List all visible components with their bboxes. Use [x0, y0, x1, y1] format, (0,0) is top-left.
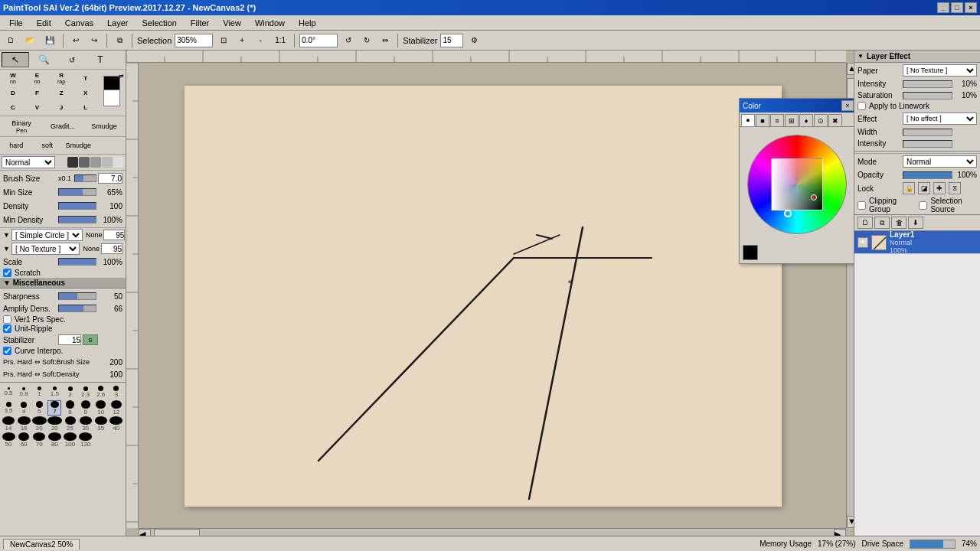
- flip-h[interactable]: ⇔: [377, 33, 393, 48]
- layer-effect-header[interactable]: ▼ Layer Effect: [854, 51, 980, 63]
- tool-r[interactable]: Rrap: [50, 71, 73, 85]
- tool-zoom[interactable]: 🔍: [30, 52, 57, 67]
- tool-e[interactable]: Enn: [26, 71, 49, 85]
- h-scroll-thumb[interactable]: [154, 529, 200, 536]
- h-scroll-left[interactable]: ◀: [139, 529, 151, 536]
- tool-select[interactable]: ↖: [2, 52, 29, 67]
- menu-file[interactable]: File: [3, 17, 29, 29]
- tool-v[interactable]: V: [26, 100, 49, 114]
- menu-filter[interactable]: Filter: [185, 17, 215, 29]
- toolbar-undo[interactable]: ↩: [68, 33, 83, 48]
- texture-select[interactable]: [ No Texture ]: [11, 243, 80, 255]
- tool-z[interactable]: Z: [50, 86, 73, 99]
- zoom-in[interactable]: +: [234, 33, 250, 48]
- preset-binary[interactable]: Binary Pen: [2, 118, 41, 135]
- color-picker-close[interactable]: ×: [841, 100, 854, 111]
- menu-selection[interactable]: Selection: [136, 17, 183, 29]
- zoom-100[interactable]: 1:1: [271, 33, 289, 48]
- color-inner-gradient[interactable]: [771, 158, 823, 210]
- brush-2[interactable]: 2: [64, 384, 77, 399]
- tool-t[interactable]: T: [74, 71, 97, 85]
- brush-3[interactable]: 3: [109, 384, 123, 399]
- tool-w[interactable]: Wnn: [2, 71, 24, 85]
- min-density-slider[interactable]: [58, 216, 96, 223]
- preset-gradient[interactable]: Gradit...: [43, 118, 83, 135]
- preset-extra[interactable]: [95, 139, 125, 152]
- preset-hard[interactable]: hard: [2, 139, 31, 152]
- preset-soft[interactable]: soft: [33, 139, 63, 152]
- misc-header[interactable]: ▼ Miscellaneous: [0, 278, 126, 289]
- color-tab-mix[interactable]: ✖: [828, 114, 842, 126]
- tool-c[interactable]: C: [2, 100, 24, 114]
- paper-select[interactable]: [ No Texture ]: [903, 64, 977, 77]
- rotate-right[interactable]: ↻: [359, 33, 374, 48]
- h-scrollbar[interactable]: ◀ ▶: [139, 528, 846, 536]
- brush-10[interactable]: 10: [94, 400, 108, 416]
- tool-text[interactable]: T: [87, 52, 114, 67]
- stabilizer2-input[interactable]: [58, 334, 81, 345]
- brush-20a[interactable]: 20: [32, 416, 46, 432]
- menu-edit[interactable]: Edit: [31, 17, 57, 29]
- brush-35[interactable]: 35: [94, 416, 108, 432]
- clipping-checkbox[interactable]: [858, 201, 866, 210]
- minimize-button[interactable]: _: [937, 2, 949, 13]
- selection-source-checkbox[interactable]: [919, 201, 927, 210]
- lock-opacity[interactable]: ◪: [918, 182, 930, 194]
- brush-30[interactable]: 30: [79, 416, 93, 432]
- ver1-checkbox[interactable]: [3, 315, 11, 324]
- brush-3.5[interactable]: 3.5: [2, 400, 15, 416]
- toolbar-redo[interactable]: ↪: [87, 33, 102, 48]
- brush-5[interactable]: 5: [32, 400, 46, 416]
- rotation-input[interactable]: [299, 34, 338, 47]
- scale-slider[interactable]: [58, 258, 96, 266]
- delete-layer-btn[interactable]: 🗑: [891, 217, 906, 229]
- selection-input[interactable]: [175, 34, 213, 47]
- color-tab-circle2[interactable]: ⊙: [814, 114, 828, 126]
- brush-100a[interactable]: 100: [64, 432, 77, 448]
- layer-item-1[interactable]: 👁 Layer1 Normal 100%: [854, 231, 980, 254]
- brush-0.5[interactable]: 0.5: [2, 384, 15, 399]
- color-tab-sliders[interactable]: ≡: [770, 114, 784, 126]
- close-button[interactable]: ×: [965, 2, 977, 13]
- saturation-slider[interactable]: [903, 92, 952, 99]
- intensity-slider2[interactable]: [903, 140, 952, 148]
- color-tab-diamond[interactable]: ♦: [799, 114, 813, 126]
- apply-linework-checkbox[interactable]: [858, 102, 866, 110]
- background-color[interactable]: [103, 90, 120, 106]
- tool-d[interactable]: D: [2, 86, 24, 99]
- brush-60[interactable]: 60: [17, 432, 31, 448]
- color-tab-palette[interactable]: ⊞: [785, 114, 799, 126]
- maximize-button[interactable]: □: [951, 2, 963, 13]
- brush-16[interactable]: 16: [17, 416, 31, 432]
- intensity-slider1[interactable]: [903, 80, 952, 88]
- color-picker-titlebar[interactable]: Color ×: [740, 99, 854, 112]
- blend-mode-select[interactable]: Normal Multiply Screen: [2, 156, 55, 168]
- width-slider[interactable]: [903, 129, 952, 136]
- lock-vector[interactable]: ✚: [933, 182, 946, 194]
- color-tab-wheel[interactable]: ●: [741, 114, 755, 126]
- lock-pixel[interactable]: 🔒: [903, 182, 915, 194]
- tool-l[interactable]: L: [74, 100, 97, 114]
- stabilizer-input[interactable]: [440, 34, 463, 47]
- layer-eye-1[interactable]: 👁: [858, 237, 868, 248]
- toolbar-save[interactable]: 💾: [41, 33, 58, 48]
- menu-layer[interactable]: Layer: [101, 17, 135, 29]
- mode-select[interactable]: Normal Multiply Screen: [903, 155, 977, 168]
- brush-120a[interactable]: 120: [79, 432, 93, 448]
- scratch-checkbox[interactable]: [3, 269, 11, 277]
- merge-down-btn[interactable]: ⬇: [908, 217, 923, 229]
- canvas-paper[interactable]: ↙: [185, 86, 782, 507]
- titlebar-buttons[interactable]: _ □ ×: [937, 2, 977, 13]
- stabilizer-indicator[interactable]: S: [83, 334, 98, 345]
- rotate-left[interactable]: ↺: [341, 33, 356, 48]
- color-picker-buttons[interactable]: ×: [841, 100, 854, 111]
- brush-2.3[interactable]: 2.3: [79, 384, 93, 399]
- preset-smudge[interactable]: Smudge: [84, 118, 124, 135]
- sharpness-slider[interactable]: [58, 292, 96, 300]
- preset-smudge-s[interactable]: Smudge: [64, 139, 93, 152]
- brush-8[interactable]: 8: [64, 400, 77, 416]
- v-scroll-up[interactable]: ▲: [847, 63, 854, 75]
- toolbar-copy[interactable]: ⧉: [112, 33, 127, 48]
- min-size-slider[interactable]: [58, 188, 96, 196]
- brush-20b[interactable]: 20: [47, 416, 61, 432]
